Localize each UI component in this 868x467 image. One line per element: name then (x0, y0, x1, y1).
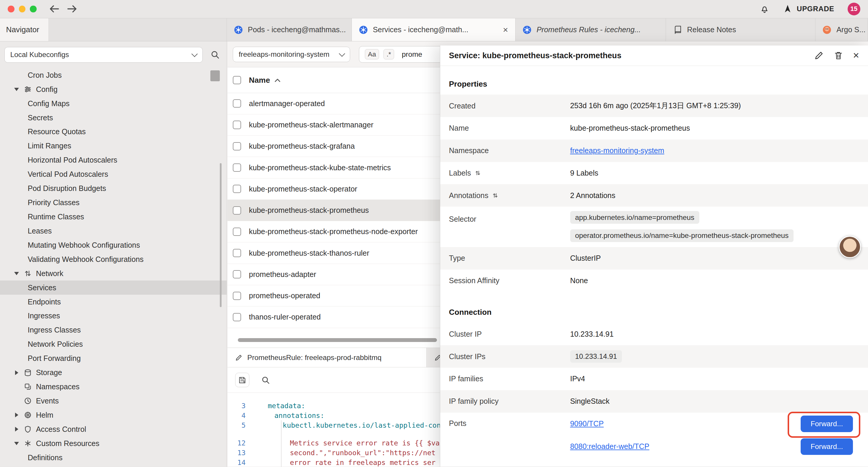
detail-title: Service: kube-prometheus-stack-prometheu… (449, 51, 622, 60)
notification-count-badge[interactable]: 15 (848, 3, 860, 16)
tab-services[interactable]: Services - icecheng@math... × (352, 18, 516, 41)
match-case-toggle[interactable]: Aa (365, 49, 379, 59)
close-detail-button[interactable]: × (853, 50, 859, 61)
expand-labels-icon[interactable] (475, 170, 481, 176)
line-number: 13 (227, 449, 252, 457)
row-checkbox[interactable] (233, 164, 241, 172)
titlebar: UPGRADE 15 (0, 0, 868, 18)
kubeconfig-selector[interactable]: Local Kubeconfigs (4, 47, 203, 62)
namespace-link[interactable]: freeleaps-monitoring-system (570, 146, 664, 155)
helm-icon (23, 411, 32, 419)
namespace-selector[interactable]: freeleaps-monitoring-system (233, 47, 350, 62)
sidebar-item-mutating-webhook-configurations[interactable]: Mutating Webhook Configurations (0, 238, 226, 252)
horizontal-scrollbar-thumb[interactable] (238, 338, 437, 342)
sidebar-item-custom-resources[interactable]: Custom Resources (0, 436, 226, 450)
storage-icon (23, 368, 32, 377)
ip-families-value: IPv4 (570, 375, 585, 383)
sidebar-item-definitions[interactable]: Definitions (0, 450, 226, 465)
tab-pods[interactable]: Pods - icecheng@mathmas... (227, 18, 352, 41)
detail-row-cluster-ips: Cluster IPs 10.233.14.91 (440, 345, 868, 368)
column-header-name[interactable]: Name (249, 76, 270, 85)
row-checkbox[interactable] (233, 99, 241, 108)
row-checkbox[interactable] (233, 228, 241, 236)
row-checkbox[interactable] (233, 142, 241, 150)
chevron-down-icon[interactable] (13, 88, 20, 91)
regex-toggle[interactable]: .* (383, 49, 394, 59)
sidebar-item-services[interactable]: Services (0, 281, 226, 295)
close-tab-icon[interactable]: × (503, 25, 508, 34)
tab-navigator[interactable]: Navigator (0, 18, 49, 41)
resource-tree: Cron Jobs Config Config Maps Secrets Res… (0, 68, 226, 466)
navigator-title: Navigator (6, 25, 39, 34)
sort-ascending-icon (275, 78, 281, 83)
chevron-down-icon[interactable] (13, 272, 20, 275)
tab-label: Prometheus Rules - icecheng... (536, 25, 641, 34)
sidebar-item-pod-disruption-budgets[interactable]: Pod Disruption Budgets (0, 181, 226, 196)
sidebar-item-port-forwarding[interactable]: Port Forwarding (0, 351, 226, 366)
tab-label: Pods - icecheng@mathmas... (248, 25, 346, 34)
selector-chip: app.kubernetes.io/name=prometheus (570, 211, 699, 224)
avatar[interactable] (839, 236, 861, 258)
sidebar-item-resource-quotas[interactable]: Resource Quotas (0, 125, 226, 139)
sidebar-item-cron-jobs[interactable]: Cron Jobs (0, 68, 226, 82)
save-button[interactable] (235, 373, 250, 387)
tab-argo[interactable]: Argo S... (815, 18, 868, 41)
sidebar-item-priority-classes[interactable]: Priority Classes (0, 196, 226, 210)
sidebar-item-runtime-classes[interactable]: Runtime Classes (0, 210, 226, 224)
row-checkbox[interactable] (233, 270, 241, 279)
sidebar-item-events[interactable]: Events (0, 394, 226, 408)
chevron-right-icon[interactable] (13, 370, 20, 375)
sidebar-item-helm[interactable]: Helm (0, 408, 226, 422)
ip-family-policy-value: SingleStack (570, 397, 610, 406)
sidebar-item-secrets[interactable]: Secrets (0, 111, 226, 125)
forward-button[interactable] (65, 2, 79, 16)
sidebar-item-ingresses[interactable]: Ingresses (0, 309, 226, 323)
sidebar-item-leases[interactable]: Leases (0, 224, 226, 238)
sidebar-item-network-policies[interactable]: Network Policies (0, 337, 226, 351)
expand-annotations-icon[interactable] (492, 192, 498, 199)
sidebar-item-network[interactable]: Network (0, 266, 226, 281)
tab-release-notes[interactable]: Release Notes (666, 18, 815, 41)
detail-row-created: Created 253d 16h 6m ago (2025年1月13日 GMT+… (440, 95, 868, 117)
row-checkbox[interactable] (233, 249, 241, 257)
sidebar-item-access-control[interactable]: Access Control (0, 422, 226, 436)
chevron-down-icon[interactable] (13, 442, 20, 445)
editor-search-button[interactable] (258, 373, 273, 387)
row-checkbox[interactable] (233, 292, 241, 300)
sidebar-item-ingress-classes[interactable]: Ingress Classes (0, 323, 226, 337)
created-value: 253d 16h 6m ago (2025年1月13日 GMT+8 1:25:3… (570, 101, 741, 111)
tab-prometheus-rules[interactable]: Prometheus Rules - icecheng... (516, 18, 666, 41)
edit-button[interactable] (814, 51, 824, 60)
sidebar-item-horizontal-pod-autoscalers[interactable]: Horizontal Pod Autoscalers (0, 153, 226, 167)
maximize-window-button[interactable] (30, 6, 36, 12)
sidebar-item-vertical-pod-autoscalers[interactable]: Vertical Pod Autoscalers (0, 167, 226, 181)
delete-button[interactable] (834, 51, 843, 60)
row-checkbox[interactable] (233, 313, 241, 321)
select-all-checkbox[interactable] (233, 76, 241, 84)
annotations-value: 2 Annotations (570, 191, 615, 200)
editor-tab-prometheusrule[interactable]: PrometheusRule: freeleaps-prod-rabbitmq (227, 348, 427, 368)
sidebar-item-validating-webhook-configurations[interactable]: Validating Webhook Configurations (0, 252, 226, 266)
chevron-right-icon[interactable] (13, 413, 20, 417)
row-checkbox[interactable] (233, 206, 241, 214)
sidebar-item-config[interactable]: Config (0, 82, 226, 96)
sidebar-item-namespaces[interactable]: Namespaces (0, 380, 226, 394)
upgrade-button[interactable]: UPGRADE (783, 4, 834, 13)
sidebar-item-limit-ranges[interactable]: Limit Ranges (0, 139, 226, 153)
bell-icon[interactable] (760, 4, 770, 14)
close-window-button[interactable] (8, 6, 14, 12)
port-link[interactable]: 9090/TCP (570, 419, 604, 428)
tree-scrollbar-thumb[interactable] (220, 163, 222, 307)
chevron-right-icon[interactable] (13, 427, 20, 432)
back-button[interactable] (48, 2, 61, 16)
row-checkbox[interactable] (233, 121, 241, 129)
forward-port-button[interactable]: Forward... (801, 438, 853, 455)
tab-label: Release Notes (687, 25, 736, 34)
minimize-window-button[interactable] (19, 6, 25, 12)
sidebar-item-config-maps[interactable]: Config Maps (0, 96, 226, 111)
sidebar-item-storage[interactable]: Storage (0, 366, 226, 380)
sidebar-item-endpoints[interactable]: Endpoints (0, 295, 226, 309)
sidebar-search-icon[interactable] (210, 50, 220, 59)
port-link[interactable]: 8080:reloader-web/TCP (570, 442, 649, 451)
row-checkbox[interactable] (233, 185, 241, 193)
